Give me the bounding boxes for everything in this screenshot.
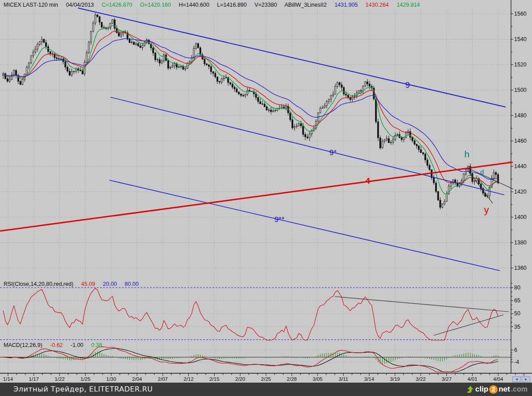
price-axis-label: 1400 <box>514 214 527 220</box>
rsi-axis-label: 35 <box>514 324 520 330</box>
candles-layer <box>3 13 499 209</box>
date-axis-label: 3/14 <box>364 376 374 382</box>
price-axis-label: 1540 <box>514 36 527 42</box>
annotation-label-d: d <box>480 168 484 176</box>
annotation-label-4: 4 <box>366 176 370 186</box>
footer-bar: Элитный Трейдер, ELITETRADER.RU clip 2 n… <box>0 383 532 396</box>
clip2net-logo[interactable]: clip 2 net .com <box>466 383 528 396</box>
macd-line <box>3 347 498 372</box>
date-axis-label: 2/25 <box>261 376 271 382</box>
rsi-value: 45.09 <box>81 281 95 287</box>
price-axis-label: 1460 <box>514 138 527 144</box>
logo-digit: 2 <box>489 385 498 394</box>
rsi-axis-label: 65 <box>514 297 520 304</box>
scrollbar-left-button[interactable]: ◄ <box>512 376 521 382</box>
price-axis-label: 1440 <box>514 163 527 169</box>
logo-net: net <box>499 385 510 394</box>
macd-signal-value: -1.00 <box>71 342 83 348</box>
date-axis-label: 4/04 <box>493 376 503 382</box>
price-axis-label: 1380 <box>514 239 527 246</box>
annotation-label-9: 9 <box>405 80 410 90</box>
annotation-label-h: h <box>464 149 470 159</box>
trendline-9ss <box>109 180 500 271</box>
annotation-label-y: y <box>484 204 489 215</box>
grid-layer <box>0 10 511 373</box>
charting-app-window: { "colors": { "blue": "#2121c8", "red": … <box>0 0 532 396</box>
trendline-9s <box>111 97 504 195</box>
macd-signal-line <box>3 348 498 372</box>
chart-header: MICEX LAST-120 min 04/04/2013 C=1426.870… <box>4 2 426 8</box>
rsi-line <box>3 288 498 340</box>
date-axis-label: 3/22 <box>416 376 426 382</box>
ma-line-fast <box>3 25 498 194</box>
date-axis-label: 2/07 <box>158 376 168 382</box>
indicator-name: ABillW_3LinesII2 <box>284 2 327 8</box>
indicator-value-blue: 1431.905 <box>334 2 357 8</box>
rsi-axis-label: 50 <box>514 310 520 317</box>
indicator-value-red: 1430.264 <box>366 2 389 8</box>
date-axis-label: 4/01 <box>467 376 477 382</box>
logo-com: .com <box>511 385 528 393</box>
rsi-triangle-line-2 <box>434 315 503 335</box>
date-axis-label: 3/11 <box>339 376 349 382</box>
ma-line-slow <box>3 38 498 179</box>
moving-averages-layer <box>3 25 498 194</box>
macd-header: MACD(12,26,9) -0.62 -1.00 0.38 <box>4 342 108 348</box>
price-axis-label: 1560 <box>514 11 527 17</box>
macd-hist-value: 0.38 <box>91 342 102 348</box>
footer-credit: Элитный Трейдер, ELITETRADER.RU <box>13 383 153 396</box>
annotation-label-9s: 9* <box>329 148 337 157</box>
date-axis-label: 2/15 <box>209 376 219 382</box>
rsi-name: RSI(Close,14,20,80,red,red) <box>4 281 73 287</box>
date-axis-label: 3/19 <box>390 376 400 382</box>
rsi-high-level: 80.00 <box>125 281 138 287</box>
trendline-4 <box>0 162 511 231</box>
symbol-period: MICEX LAST-120 min <box>4 2 58 8</box>
macd-value: -0.62 <box>50 342 63 348</box>
quote-low: L=1416.890 <box>217 2 246 8</box>
price-axis-label: 1520 <box>514 62 527 68</box>
price-axis-label: 1500 <box>514 87 527 93</box>
rsi-layer <box>0 288 511 340</box>
quote-volume: V=23380 <box>254 2 277 8</box>
macd-name: MACD(12,26,9) <box>4 342 42 348</box>
price-axis-label: 1360 <box>514 265 527 271</box>
date-axis-label: 2/04 <box>132 376 142 382</box>
rsi-low-level: 20.00 <box>103 281 117 287</box>
rsi-header: RSI(Close,14,20,80,red,red) 45.09 20.00 … <box>4 281 145 287</box>
indicator-value-green: 1429.814 <box>397 2 420 8</box>
scrollbar-right-button[interactable]: ► <box>522 376 530 382</box>
logo-clip: clip <box>475 385 488 394</box>
annotation-label-9ss: 9** <box>274 215 285 224</box>
date-axis-label: 2/20 <box>235 376 245 382</box>
date-axis-label: 1/30 <box>106 376 116 382</box>
trendlines-layer: 99*9**4hdy <box>0 8 513 271</box>
price-axis-label: 1480 <box>514 112 527 119</box>
date-axis-label: 2/28 <box>287 376 297 382</box>
date-axis-label: 1/22 <box>54 376 64 382</box>
date-axis-label: 2/12 <box>183 376 193 382</box>
date-axis-label: 1/17 <box>29 376 39 382</box>
quote-date: 04/04/2013 <box>66 2 94 8</box>
price-axis-label: 1420 <box>514 189 527 195</box>
ma-line-medium <box>3 31 498 186</box>
rsi-triangle-line-1 <box>335 297 509 312</box>
macd-axis-label: 6 <box>514 347 517 353</box>
date-axis-label: 3/27 <box>441 376 451 382</box>
macd-axis-label: -4 <box>514 359 519 365</box>
rsi-axis-label: 80 <box>514 285 520 291</box>
quote-open: O=1420.160 <box>140 2 171 8</box>
upload-arrow-icon <box>466 385 474 393</box>
date-axis-label: 3/05 <box>312 376 322 382</box>
chart-canvas: 99*9**4hdy156015401520150014801460144014… <box>0 0 532 396</box>
date-axis-label: 1/14 <box>3 376 13 382</box>
quote-high: H=1440.600 <box>179 2 209 8</box>
macd-layer <box>0 347 511 372</box>
quote-close: C=1426.870 <box>102 2 132 8</box>
date-axis-label: 1/25 <box>80 376 90 382</box>
